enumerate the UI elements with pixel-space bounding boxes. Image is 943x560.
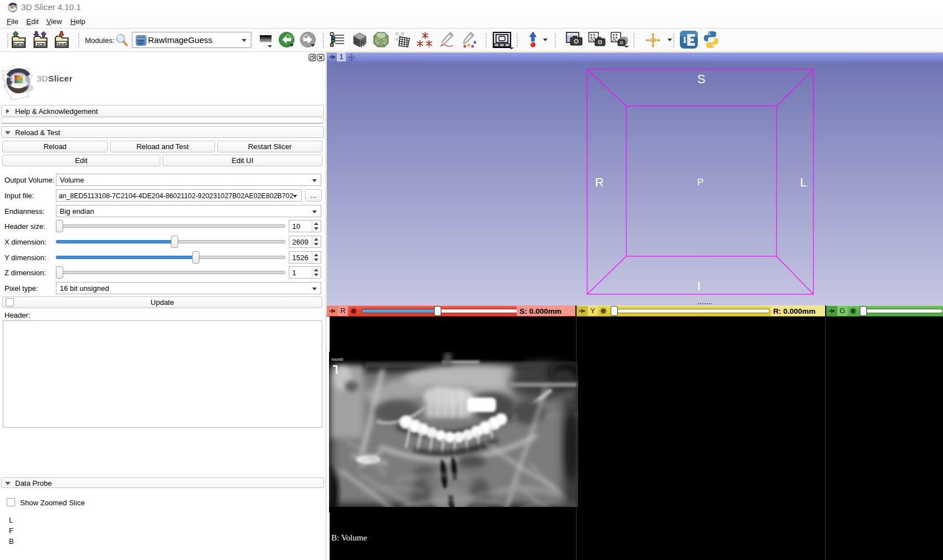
svg-text:R: R [595,175,604,189]
svg-text:SAVE: SAVE [58,42,67,47]
svg-text:nounüì: nounüì [331,357,343,361]
svg-text:DCM: DCM [37,42,45,47]
svg-text:DATA: DATA [15,42,24,47]
svg-text:I: I [697,279,701,293]
svg-text:S: S [697,72,706,86]
svg-text:P: P [697,177,703,188]
svg-text:L: L [800,175,807,189]
